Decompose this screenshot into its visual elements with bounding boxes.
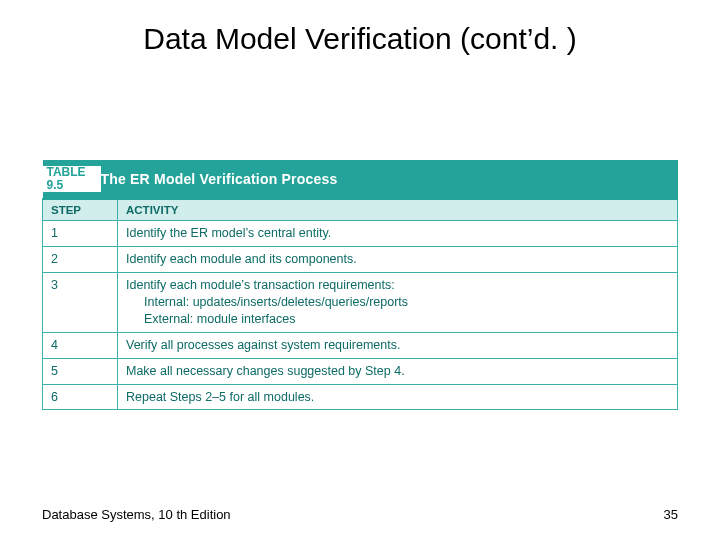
slide: Data Model Verification (cont’d. ) TABLE… — [0, 0, 720, 540]
cell-activity: Repeat Steps 2–5 for all modules. — [118, 384, 678, 410]
table-label-bottom: 9.5 — [47, 179, 89, 192]
footer-page-number: 35 — [664, 507, 678, 522]
activity-sub2: External: module interfaces — [126, 311, 669, 328]
activity-sub1: Internal: updates/inserts/deletes/querie… — [126, 294, 669, 311]
cell-step: 3 — [43, 273, 118, 333]
table-caption-row: TABLE 9.5 The ER Model Verification Proc… — [43, 160, 678, 199]
cell-activity: Identify the ER model’s central entity. — [118, 221, 678, 247]
table-row: 4 Verify all processes against system re… — [43, 332, 678, 358]
cell-step: 6 — [43, 384, 118, 410]
cell-activity: Make all necessary changes suggested by … — [118, 358, 678, 384]
cell-step: 1 — [43, 221, 118, 247]
table-label: TABLE 9.5 — [43, 166, 101, 192]
cell-activity: Identify each module’s transaction requi… — [118, 273, 678, 333]
table-row: 5 Make all necessary changes suggested b… — [43, 358, 678, 384]
cell-step: 5 — [43, 358, 118, 384]
table-caption-bar: TABLE 9.5 The ER Model Verification Proc… — [43, 160, 678, 198]
cell-step: 2 — [43, 247, 118, 273]
table-row: 3 Identify each module’s transaction req… — [43, 273, 678, 333]
table-caption-title: The ER Model Verification Process — [101, 171, 338, 187]
verification-table: TABLE 9.5 The ER Model Verification Proc… — [42, 160, 678, 410]
col-header-step: STEP — [43, 199, 118, 221]
cell-activity: Identify each module and its components. — [118, 247, 678, 273]
table: TABLE 9.5 The ER Model Verification Proc… — [42, 160, 678, 410]
table-row: 6 Repeat Steps 2–5 for all modules. — [43, 384, 678, 410]
slide-title: Data Model Verification (cont’d. ) — [0, 22, 720, 56]
footer-source: Database Systems, 10 th Edition — [42, 507, 231, 522]
cell-activity: Verify all processes against system requ… — [118, 332, 678, 358]
col-header-activity: ACTIVITY — [118, 199, 678, 221]
table-row: 2 Identify each module and its component… — [43, 247, 678, 273]
activity-main: Identify each module’s transaction requi… — [126, 278, 395, 292]
table-header-row: STEP ACTIVITY — [43, 199, 678, 221]
table-row: 1 Identify the ER model’s central entity… — [43, 221, 678, 247]
cell-step: 4 — [43, 332, 118, 358]
